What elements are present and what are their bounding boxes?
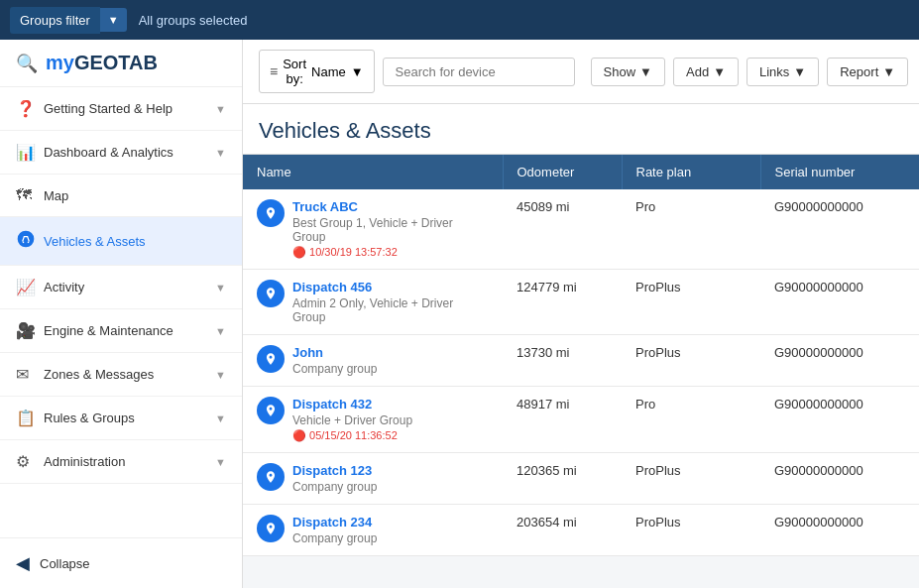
serial-number-cell: G90000000000	[760, 270, 919, 335]
chevron-icon: ▼	[215, 456, 226, 468]
sort-icon: ≡	[270, 63, 278, 79]
device-name-link[interactable]: Dispatch 123	[292, 463, 377, 478]
col-rate-plan: Rate plan	[622, 155, 760, 189]
sidebar-item-vehicles-assets[interactable]: Vehicles & Assets	[0, 217, 242, 266]
serial-number-cell: G90000000000	[760, 453, 919, 505]
device-icon	[257, 463, 285, 491]
table-row[interactable]: Dispatch 123 Company group 120365 miProP…	[243, 453, 919, 505]
odometer-cell: 45089 mi	[503, 189, 622, 270]
odometer-cell: 124779 mi	[503, 270, 622, 335]
report-button[interactable]: Report ▼	[827, 58, 908, 86]
sidebar-item-map[interactable]: 🗺 Map	[0, 175, 242, 217]
show-chevron-icon: ▼	[639, 64, 652, 79]
vehicles-table: Name Odometer Rate plan Serial number Tr…	[243, 155, 919, 556]
odometer-cell: 120365 mi	[503, 453, 622, 505]
serial-number-cell: G90000000000	[760, 335, 919, 387]
search-input[interactable]	[383, 58, 575, 86]
help-icon: ❓	[16, 99, 44, 118]
sidebar-item-label: Engine & Maintenance	[44, 323, 215, 338]
serial-number-cell: G90000000000	[760, 387, 919, 453]
sidebar-item-zones-messages[interactable]: ✉ Zones & Messages ▼	[0, 353, 242, 397]
sidebar-item-label: Dashboard & Analytics	[44, 145, 215, 160]
device-icon	[257, 345, 285, 373]
table-row[interactable]: Dispatch 234 Company group 203654 miProP…	[243, 505, 919, 556]
col-odometer: Odometer	[503, 155, 622, 189]
device-name-link[interactable]: Truck ABC	[292, 199, 489, 214]
links-chevron-icon: ▼	[793, 64, 806, 79]
sidebar-item-dashboard-analytics[interactable]: 📊 Dashboard & Analytics ▼	[0, 131, 242, 175]
table-row[interactable]: Truck ABC Best Group 1, Vehicle + Driver…	[243, 189, 919, 270]
sidebar-item-label: Vehicles & Assets	[44, 234, 226, 249]
collapse-button[interactable]: ◀ Collapse	[0, 537, 242, 588]
device-icon	[257, 515, 285, 542]
table-row[interactable]: Dispatch 456 Admin 2 Only, Vehicle + Dri…	[243, 270, 919, 335]
device-name-cell: Dispatch 234 Company group	[243, 505, 503, 556]
device-name-link[interactable]: John	[292, 345, 377, 360]
chevron-icon: ▼	[215, 282, 226, 294]
report-label: Report	[840, 64, 878, 79]
device-sub: Company group	[292, 480, 377, 494]
sidebar-item-label: Getting Started & Help	[44, 101, 215, 116]
odometer-cell: 48917 mi	[503, 387, 622, 453]
device-alert: 🔴 05/15/20 11:36:52	[292, 429, 412, 442]
device-cell: Dispatch 234 Company group	[257, 515, 489, 545]
device-icon	[257, 280, 285, 307]
sidebar-item-getting-started[interactable]: ❓ Getting Started & Help ▼	[0, 87, 242, 131]
sidebar-item-rules-groups[interactable]: 📋 Rules & Groups ▼	[0, 397, 242, 440]
sidebar-item-label: Administration	[44, 454, 215, 469]
device-alert: 🔴 10/30/19 13:57:32	[292, 246, 489, 259]
groups-filter-chevron[interactable]: ▼	[100, 8, 127, 32]
device-info: Dispatch 234 Company group	[292, 515, 377, 545]
device-name-link[interactable]: Dispatch 456	[292, 280, 489, 294]
main-content: ≡ Sort by: Name ▼ Show ▼ Add ▼ Links ▼ R…	[243, 40, 919, 588]
sidebar-item-activity[interactable]: 📈 Activity ▼	[0, 266, 242, 309]
links-label: Links	[759, 64, 789, 79]
col-serial-number: Serial number	[760, 155, 919, 189]
all-groups-text: All groups selected	[139, 13, 248, 28]
device-cell: Dispatch 456 Admin 2 Only, Vehicle + Dri…	[257, 280, 489, 324]
admin-icon: ⚙	[16, 452, 44, 471]
logo-text: myGEOTAB	[46, 52, 158, 74]
rate-plan-cell: ProPlus	[622, 335, 760, 387]
device-cell: Truck ABC Best Group 1, Vehicle + Driver…	[257, 199, 489, 259]
device-info: John Company group	[292, 345, 377, 376]
collapse-label: Collapse	[40, 556, 90, 571]
rate-plan-cell: ProPlus	[622, 270, 760, 335]
groups-filter-button[interactable]: Groups filter	[10, 7, 100, 34]
show-label: Show	[604, 64, 636, 79]
serial-number-cell: G90000000000	[760, 189, 919, 270]
device-info: Dispatch 432 Vehicle + Driver Group 🔴 05…	[292, 397, 412, 442]
device-icon	[257, 199, 285, 227]
add-button[interactable]: Add ▼	[673, 58, 739, 86]
sort-button[interactable]: ≡ Sort by: Name ▼	[259, 50, 375, 93]
engine-icon: 🎥	[16, 321, 44, 340]
device-cell: Dispatch 123 Company group	[257, 463, 489, 494]
device-name-cell: Dispatch 123 Company group	[243, 453, 503, 505]
device-info: Dispatch 456 Admin 2 Only, Vehicle + Dri…	[292, 280, 489, 324]
links-button[interactable]: Links ▼	[747, 58, 819, 86]
device-name-link[interactable]: Dispatch 234	[292, 515, 377, 529]
svg-point-2	[28, 242, 30, 244]
rules-icon: 📋	[16, 409, 44, 427]
groups-filter-label: Groups filter	[20, 13, 90, 28]
rate-plan-cell: Pro	[622, 189, 760, 270]
sort-label: Sort by:	[283, 57, 306, 86]
sidebar-item-administration[interactable]: ⚙ Administration ▼	[0, 440, 242, 484]
sidebar-item-engine-maintenance[interactable]: 🎥 Engine & Maintenance ▼	[0, 309, 242, 353]
sidebar-item-label: Zones & Messages	[44, 367, 215, 382]
chevron-icon: ▼	[215, 369, 226, 381]
sidebar-item-label: Rules & Groups	[44, 411, 215, 425]
sidebar: 🔍 myGEOTAB ❓ Getting Started & Help ▼ 📊 …	[0, 40, 243, 588]
odometer-cell: 203654 mi	[503, 505, 622, 556]
table-row[interactable]: Dispatch 432 Vehicle + Driver Group 🔴 05…	[243, 387, 919, 453]
toolbar: ≡ Sort by: Name ▼ Show ▼ Add ▼ Links ▼ R…	[243, 40, 919, 104]
search-icon: 🔍	[16, 53, 38, 74]
sort-value: Name	[311, 64, 346, 79]
show-button[interactable]: Show ▼	[591, 58, 665, 86]
device-icon	[257, 397, 285, 424]
table-header-row: Name Odometer Rate plan Serial number	[243, 155, 919, 189]
device-name-link[interactable]: Dispatch 432	[292, 397, 412, 412]
device-sub: Vehicle + Driver Group	[292, 413, 412, 427]
col-name: Name	[243, 155, 503, 189]
table-row[interactable]: John Company group 13730 miProPlusG90000…	[243, 335, 919, 387]
